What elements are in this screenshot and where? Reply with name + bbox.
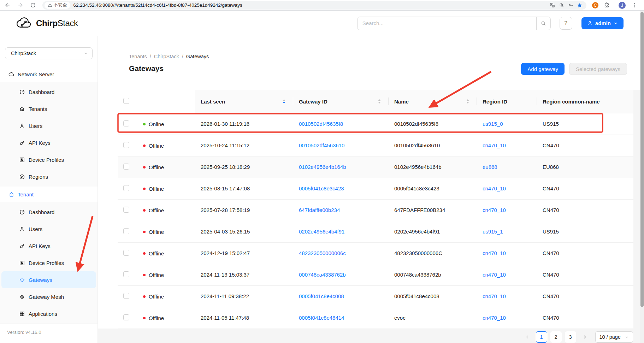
gateway-id-link[interactable]: 0005f041c8e3c423: [299, 185, 344, 191]
browser-back-icon[interactable]: [3, 1, 12, 10]
name-cell: evoc: [389, 307, 477, 329]
gateway-id-link[interactable]: 0005f041c8e4c008: [299, 293, 344, 299]
browser-profile-avatar[interactable]: J: [619, 2, 626, 9]
page-size-select[interactable]: 10 / page: [595, 331, 633, 343]
address-bar[interactable]: 不安全 62.234.52.46:8080/#/tenants/52f14cd4…: [42, 1, 586, 10]
sidebar-item-api-keys[interactable]: API Keys: [1, 237, 96, 254]
password-key-icon[interactable]: [566, 1, 575, 9]
sidebar-item-device-profiles[interactable]: Device Profiles: [1, 254, 96, 271]
chevron-down-icon: [84, 51, 88, 55]
gateway-id-link[interactable]: 0202e4956e4b4f91: [299, 229, 344, 235]
row-checkbox[interactable]: [123, 293, 129, 299]
sidebar-item-gateway-mesh[interactable]: Gateway Mesh: [1, 288, 96, 305]
sidebar-item-label: API Keys: [29, 243, 51, 249]
last-seen-cell: 2024-11-13 15:03:37: [195, 264, 293, 285]
extension-orange-icon[interactable]: [592, 2, 598, 8]
page-button-2[interactable]: 2: [550, 331, 562, 343]
search-input[interactable]: [358, 17, 536, 30]
gateway-id-link[interactable]: 647fdafffe00b234: [299, 207, 340, 213]
region-common-name-cell: CN470: [537, 264, 633, 285]
page-button-1[interactable]: 1: [536, 331, 547, 343]
row-checkbox[interactable]: [123, 120, 129, 126]
browser-menu-icon[interactable]: [630, 1, 639, 10]
row-checkbox[interactable]: [123, 142, 129, 148]
status-label: Offline: [149, 250, 164, 256]
gateway-id-link[interactable]: 0010502df4563610: [299, 142, 344, 148]
sidebar-item-users[interactable]: Users: [1, 117, 96, 134]
sidebar-item-dashboard[interactable]: Dashboard: [1, 83, 96, 100]
zoom-icon[interactable]: [557, 1, 566, 9]
row-checkbox[interactable]: [123, 207, 129, 213]
browser-scrollbar[interactable]: [640, 11, 644, 343]
browser-reload-icon[interactable]: [28, 1, 37, 10]
row-checkbox[interactable]: [123, 228, 129, 234]
region-id-link[interactable]: cn470_10: [483, 185, 506, 191]
admin-user-button[interactable]: admin: [581, 17, 624, 29]
sidebar-item-users[interactable]: Users: [1, 220, 96, 237]
gateway-id-link[interactable]: 0102e4956e4b164b: [299, 164, 346, 170]
bookmark-star-icon[interactable]: [575, 1, 584, 9]
tenant-select[interactable]: ChirpStack: [5, 47, 93, 59]
browser-forward-icon[interactable]: [16, 1, 25, 10]
select-all-checkbox[interactable]: [123, 98, 129, 104]
gateways-table-card: Last seen Gateway ID Name Region ID Regi…: [118, 90, 633, 329]
table-row: Offline2025-08-15 17:47:080005f041c8e3c4…: [118, 178, 633, 199]
extensions-puzzle-icon[interactable]: [602, 1, 611, 10]
sidebar-item-api-keys[interactable]: API Keys: [1, 134, 96, 151]
chirpstack-logo[interactable]: ChirpStack: [16, 17, 78, 30]
region-id-link[interactable]: us915_0: [483, 121, 503, 127]
region-id-link[interactable]: cn470_10: [483, 207, 506, 213]
last-seen-cell: 2024-11-05 11:47:48: [195, 307, 293, 329]
sidebar-group-network-server[interactable]: Network Server: [0, 66, 98, 82]
version-label: Version: v4.16.0: [0, 324, 98, 343]
sidebar-group-tenant[interactable]: Tenant: [0, 187, 98, 202]
sidebar-item-device-profiles[interactable]: Device Profiles: [1, 151, 96, 168]
region-id-link[interactable]: cn470_10: [483, 293, 506, 299]
row-checkbox[interactable]: [123, 314, 129, 320]
status-dot: [143, 317, 146, 319]
status-dot: [143, 188, 146, 190]
breadcrumb-chirpstack[interactable]: ChirpStack: [154, 54, 179, 59]
next-page-button[interactable]: [579, 331, 591, 343]
region-id-link[interactable]: us915_1: [483, 229, 503, 235]
last-seen-cell: 2025-09-25 18:18:29: [195, 156, 293, 178]
sort-icons: [378, 99, 381, 104]
table-header-row: Last seen Gateway ID Name Region ID Regi…: [118, 90, 633, 113]
sidebar-item-dashboard[interactable]: Dashboard: [1, 203, 96, 220]
breadcrumb-tenants[interactable]: Tenants: [129, 54, 147, 59]
gateway-id-link[interactable]: 482323050000006c: [299, 250, 346, 256]
gateway-id-link[interactable]: 0010502df45635f8: [299, 121, 343, 127]
row-checkbox[interactable]: [123, 271, 129, 277]
sidebar-item-regions[interactable]: Regions: [1, 168, 96, 185]
region-id-link[interactable]: eu868: [483, 164, 497, 170]
status-label: Offline: [149, 164, 164, 170]
sort-icons: [466, 99, 469, 104]
logo-wordmark: ChirpStack: [36, 18, 78, 28]
url-text[interactable]: 62.234.52.46:8080/#/tenants/52f14cd4-c6f…: [73, 2, 548, 8]
column-header-name[interactable]: Name: [389, 90, 477, 113]
translate-icon[interactable]: [548, 1, 557, 9]
region-id-link[interactable]: cn470_10: [483, 315, 506, 321]
sidebar-item-tenants[interactable]: Tenants: [1, 100, 96, 117]
column-header-last-seen[interactable]: Last seen: [195, 90, 293, 113]
scrollbar-thumb[interactable]: [640, 12, 644, 307]
row-checkbox[interactable]: [123, 185, 129, 191]
page-button-3[interactable]: 3: [565, 331, 576, 343]
sidebar-item-applications[interactable]: Applications: [1, 305, 96, 322]
column-header-gateway-id[interactable]: Gateway ID: [293, 90, 389, 113]
sidebar-item-label: Users: [29, 226, 42, 232]
gateway-id-link[interactable]: 0005f041c8e48414: [299, 315, 344, 321]
gateway-id-link[interactable]: 000748ca4338762b: [299, 272, 346, 278]
region-id-link[interactable]: cn470_10: [483, 142, 506, 148]
add-gateway-button[interactable]: Add gateway: [521, 63, 565, 75]
not-secure-chip[interactable]: 不安全: [45, 2, 70, 9]
search-button[interactable]: [536, 17, 550, 30]
region-id-link[interactable]: cn470_10: [483, 272, 506, 278]
status-dot: [143, 295, 146, 298]
row-checkbox[interactable]: [123, 250, 129, 256]
sidebar-item-gateways[interactable]: Gateways: [1, 271, 96, 288]
help-button[interactable]: ?: [560, 17, 572, 30]
region-id-link[interactable]: cn470_10: [483, 250, 506, 256]
row-checkbox[interactable]: [123, 164, 129, 170]
previous-page-button[interactable]: [521, 331, 533, 343]
